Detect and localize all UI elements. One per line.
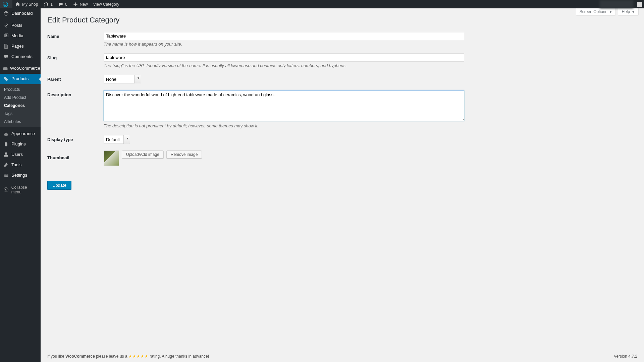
help-label: Help xyxy=(622,9,630,14)
menu-posts-label: Posts xyxy=(11,23,22,28)
svg-point-2 xyxy=(6,35,7,36)
description-label: Description xyxy=(47,90,104,97)
site-name-link[interactable]: My Shop xyxy=(12,0,41,8)
woocommerce-icon xyxy=(3,66,8,71)
wp-logo[interactable] xyxy=(0,0,12,8)
settings-icon xyxy=(3,173,9,178)
admin-menu: Dashboard Posts Media Pages Comments Woo… xyxy=(0,8,41,362)
parent-label: Parent xyxy=(47,75,104,82)
menu-appearance-label: Appearance xyxy=(11,131,35,137)
menu-posts[interactable]: Posts xyxy=(0,20,41,31)
comments-count: 0 xyxy=(65,2,67,7)
chevron-down-icon: ▼ xyxy=(609,10,612,14)
plus-icon xyxy=(73,2,78,7)
menu-appearance[interactable]: Appearance xyxy=(0,129,41,139)
upload-image-button[interactable]: Upload/Add image xyxy=(122,150,164,159)
menu-tools-label: Tools xyxy=(11,162,21,168)
svg-point-4 xyxy=(5,77,5,78)
submenu-attributes[interactable]: Attributes xyxy=(0,118,41,126)
thumbnail-image xyxy=(104,150,119,166)
tools-icon xyxy=(3,162,9,168)
submenu-add-product[interactable]: Add Product xyxy=(0,94,41,102)
slug-input[interactable] xyxy=(104,53,464,62)
submenu-products[interactable]: Products xyxy=(0,85,41,94)
avatar-link[interactable] xyxy=(633,0,644,8)
menu-media-label: Media xyxy=(11,33,23,39)
name-label: Name xyxy=(47,32,104,39)
menu-comments-label: Comments xyxy=(11,54,33,60)
menu-products[interactable]: Products xyxy=(0,74,41,84)
menu-tools[interactable]: Tools xyxy=(0,160,41,170)
menu-comments[interactable]: Comments xyxy=(0,52,41,62)
rating-link[interactable]: ★★★★★ xyxy=(128,354,149,359)
collapse-icon xyxy=(3,187,9,192)
home-icon xyxy=(15,2,20,7)
menu-plugins-label: Plugins xyxy=(11,141,26,147)
thumbnail-label: Thumbnail xyxy=(47,150,104,160)
footer-version: Version 4.7.2 xyxy=(614,354,637,359)
description-help: The description is not prominent by defa… xyxy=(104,123,637,128)
updates-count: 1 xyxy=(50,2,53,7)
parent-select[interactable]: None xyxy=(104,75,141,83)
new-content-link[interactable]: New xyxy=(70,0,91,8)
update-button[interactable]: Update xyxy=(47,181,71,190)
users-icon xyxy=(3,152,9,157)
products-icon xyxy=(3,76,9,82)
menu-woocommerce-label: WooCommerce xyxy=(10,66,40,71)
menu-settings-label: Settings xyxy=(11,173,27,178)
dashboard-icon xyxy=(3,11,9,16)
plugins-icon xyxy=(3,142,9,147)
name-input[interactable] xyxy=(104,32,464,40)
comments-link[interactable]: 0 xyxy=(55,0,70,8)
menu-woocommerce[interactable]: WooCommerce xyxy=(0,63,41,74)
screen-options-button[interactable]: Screen Options▼ xyxy=(576,8,616,15)
menu-settings[interactable]: Settings xyxy=(0,170,41,181)
chevron-down-icon: ▼ xyxy=(632,10,635,14)
footer: If you like WooCommerce please leave us … xyxy=(41,351,644,362)
menu-dashboard[interactable]: Dashboard xyxy=(0,8,41,19)
view-category-link[interactable]: View Category xyxy=(91,0,122,8)
comment-icon xyxy=(58,2,63,7)
help-button[interactable]: Help▼ xyxy=(618,8,639,15)
description-textarea[interactable]: Discover the wonderful world of high-end… xyxy=(104,90,464,121)
menu-pages-label: Pages xyxy=(11,44,24,49)
update-icon xyxy=(43,2,49,7)
updates-link[interactable]: 1 xyxy=(41,0,55,8)
name-help: The name is how it appears on your site. xyxy=(104,42,637,47)
remove-image-button[interactable]: Remove image xyxy=(166,150,202,159)
comments-icon xyxy=(3,54,9,59)
menu-pages[interactable]: Pages xyxy=(0,41,41,52)
new-label: New xyxy=(80,2,88,7)
display-type-label: Display type xyxy=(47,135,104,142)
menu-users[interactable]: Users xyxy=(0,149,41,160)
collapse-label: Collapse menu xyxy=(11,185,38,194)
menu-media[interactable]: Media xyxy=(0,31,41,41)
svg-point-5 xyxy=(5,153,7,155)
svg-point-6 xyxy=(4,187,8,192)
slug-label: Slug xyxy=(47,53,104,60)
pin-icon xyxy=(3,23,9,28)
footer-thanks: If you like WooCommerce please leave us … xyxy=(47,354,209,359)
menu-plugins[interactable]: Plugins xyxy=(0,139,41,149)
menu-products-label: Products xyxy=(11,76,29,82)
svg-rect-3 xyxy=(3,67,8,70)
collapse-menu[interactable]: Collapse menu xyxy=(0,182,41,197)
products-submenu: Products Add Product Categories Tags Att… xyxy=(0,84,41,127)
media-icon xyxy=(3,33,9,39)
view-category-label: View Category xyxy=(93,2,119,7)
submenu-tags[interactable]: Tags xyxy=(0,110,41,118)
site-name-text: My Shop xyxy=(22,2,38,7)
edit-form: Name The name is how it appears on your … xyxy=(47,28,637,190)
slug-help: The "slug" is the URL-friendly version o… xyxy=(104,63,637,68)
wordpress-icon xyxy=(3,2,8,7)
submenu-categories[interactable]: Categories xyxy=(0,102,41,110)
screen-meta: Screen Options▼ Help▼ xyxy=(574,8,639,15)
avatar-icon xyxy=(637,2,642,7)
admin-bar: My Shop 1 0 New View Category xyxy=(0,0,644,8)
page-icon xyxy=(3,44,9,49)
display-type-select[interactable]: Default xyxy=(104,135,130,144)
my-account[interactable] xyxy=(600,0,633,8)
menu-users-label: Users xyxy=(11,152,23,158)
appearance-icon xyxy=(3,131,9,137)
screen-options-label: Screen Options xyxy=(580,9,607,14)
